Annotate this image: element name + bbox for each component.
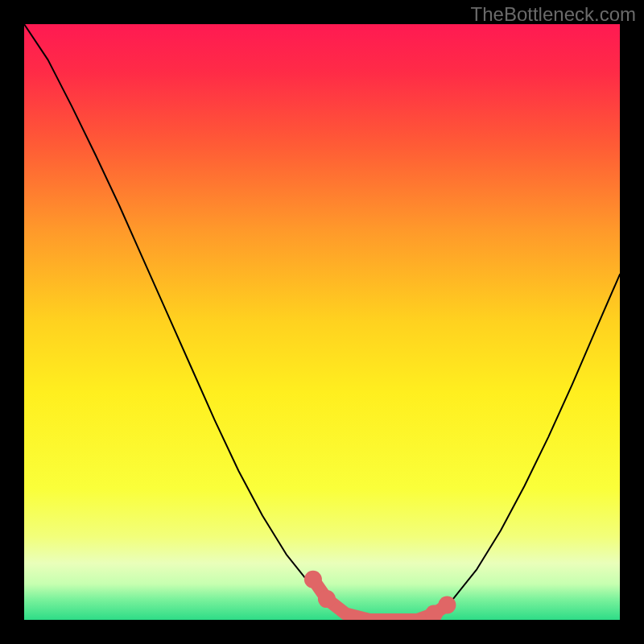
chart-container: TheBottleneck.com [0, 0, 644, 644]
watermark-text: TheBottleneck.com [471, 3, 636, 26]
plot-svg [24, 24, 620, 620]
plot-area [24, 24, 620, 620]
marker-dot [438, 597, 456, 614]
marker-dot [304, 571, 322, 588]
gradient-background [24, 24, 620, 620]
marker-dot [318, 590, 336, 608]
